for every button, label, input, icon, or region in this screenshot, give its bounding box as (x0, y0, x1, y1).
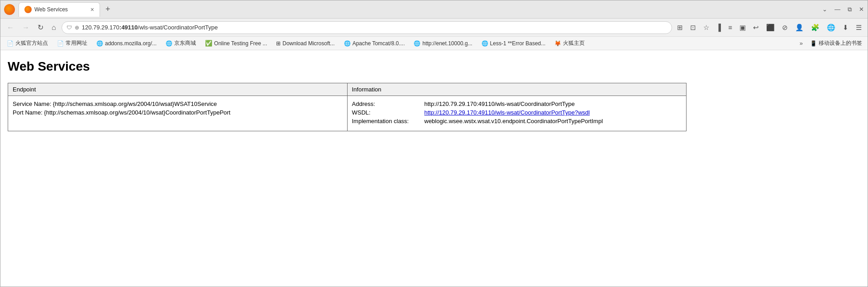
shield-button[interactable]: ⊘ (780, 22, 790, 33)
mobile-bookmarks-icon: 📱 (810, 40, 817, 47)
menu-button[interactable]: ☰ (854, 22, 864, 33)
endpoint-header: Endpoint (8, 83, 348, 96)
browser-tab[interactable]: Web Services × (19, 2, 100, 17)
bookmark-label: Online Testing Free ... (214, 40, 267, 47)
bookmark-label: addons.mozilla.org/... (105, 40, 157, 47)
impl-value: weblogic.wsee.wstx.wsat.v10.endpoint.Coo… (424, 118, 603, 124)
address-text: 120.79.29.170:49110/wls-wsat/Coordinator… (82, 24, 667, 31)
information-cell: Address: http://120.79.29.170:49110/wls-… (347, 96, 687, 131)
bookmark-folder-icon: 📄 (57, 40, 64, 47)
address-path: /wls-wsat/CoordinatorPortType (138, 24, 218, 31)
firefox-logo-icon (4, 4, 15, 15)
black-square-button[interactable]: ⬛ (764, 22, 777, 33)
qr-code-button[interactable]: ⊞ (675, 22, 685, 33)
bookmark-folder-icon: 📄 (7, 40, 14, 47)
bookmark-globe-icon: 🌐 (166, 40, 172, 47)
bookmark-label: Less-1 **Error Based... (490, 40, 546, 47)
download-button[interactable]: ⬇ (840, 22, 851, 33)
bookmark-changyong-wangzhi[interactable]: 📄 常用网址 (53, 38, 91, 48)
bookmark-label: 火狐官方站点 (15, 39, 48, 47)
service-name-row: Service Name: {http://schemas.xmlsoap.or… (13, 100, 343, 107)
bookmark-apache-tomcat[interactable]: 🌐 Apache Tomcat/8.0.... (340, 39, 409, 48)
bookmarks-more-button[interactable]: » (797, 39, 806, 48)
reader-view-button[interactable]: ≡ (726, 22, 734, 33)
impl-label: Implementation class: (352, 118, 424, 124)
web-services-table: Endpoint Information Service Name: {http… (8, 83, 687, 131)
service-name-value: Service Name: {http://schemas.xmlsoap.or… (13, 100, 217, 107)
bookmark-jingdong[interactable]: 🌐 京东商城 (162, 38, 200, 48)
security-icon: 🛡 (67, 24, 72, 31)
address-label: Address: (352, 100, 424, 107)
bookmark-less1-error[interactable]: 🌐 Less-1 **Error Based... (478, 39, 549, 48)
refresh-button[interactable]: ↻ (35, 21, 46, 33)
mobile-bookmarks-button[interactable]: 📱 移动设备上的书签 (807, 38, 865, 48)
tab-title: Web Services (34, 6, 68, 13)
address-host: 120.79.29.170 (82, 24, 119, 31)
title-bar: Web Services × + ⌄ — ⧉ ✕ (0, 0, 868, 19)
table-row: Service Name: {http://schemas.xmlsoap.or… (8, 96, 687, 131)
browser-window: Web Services × + ⌄ — ⧉ ✕ ← → ↻ ⌂ 🛡 ⊕ 120… (0, 0, 868, 287)
bookmark-label: 京东商城 (174, 39, 196, 47)
bookmark-label: http://enet.10000.g... (422, 40, 472, 47)
page-title: Web Services (8, 59, 860, 74)
address-port: :49110 (119, 24, 138, 31)
bookmark-enet[interactable]: 🌐 http://enet.10000.g... (410, 39, 476, 48)
bookmark-label: 常用网址 (66, 39, 87, 47)
restore-button[interactable]: ⧉ (848, 6, 852, 13)
translate-button[interactable]: ⊡ (688, 22, 698, 33)
mobile-bookmarks-label: 移动设备上的书签 (819, 39, 862, 47)
tab-favicon-icon (24, 6, 32, 13)
port-name-value: Port Name: {http://schemas.xmlsoap.org/w… (13, 109, 230, 116)
back2-button[interactable]: ↩ (751, 22, 761, 33)
bookmark-globe-icon: 🌐 (344, 40, 351, 47)
bookmark-huohu-zhuye[interactable]: 🦊 火狐主页 (551, 38, 588, 48)
back-button[interactable]: ← (4, 22, 17, 33)
bookmark-label: 火狐主页 (563, 39, 585, 47)
bookmark-online-testing[interactable]: ✅ Online Testing Free ... (201, 39, 271, 48)
nav-actions: ⊞ ⊡ ☆ ▐ ≡ ▣ ↩ ⬛ ⊘ 👤 🧩 🌐 ⬇ ☰ (675, 22, 864, 33)
home-button[interactable]: ⌂ (49, 22, 59, 33)
bookmark-star-button[interactable]: ☆ (701, 22, 711, 33)
wsdl-label: WSDL: (352, 109, 424, 116)
puzzle-button[interactable]: 🧩 (809, 22, 822, 33)
globe-button[interactable]: 🌐 (825, 22, 838, 33)
endpoint-cell: Service Name: {http://schemas.xmlsoap.or… (8, 96, 348, 131)
impl-row: Implementation class: weblogic.wsee.wstx… (352, 118, 682, 124)
new-tab-button[interactable]: + (102, 5, 114, 14)
address-row: Address: http://120.79.29.170:49110/wls-… (352, 100, 682, 107)
minimize-button[interactable]: — (835, 6, 840, 13)
bookmark-globe-icon: 🌐 (482, 40, 488, 47)
close-button[interactable]: ✕ (859, 6, 864, 13)
wsdl-link[interactable]: http://120.79.29.170:49110/wls-wsat/Coor… (424, 109, 590, 116)
information-header: Information (347, 83, 687, 96)
person-button[interactable]: 👤 (793, 22, 806, 33)
tab-close-button[interactable]: × (91, 6, 94, 13)
bookmark-globe-icon: 🌐 (96, 40, 103, 47)
bookmark-ms-icon: ⊞ (276, 40, 281, 47)
address-bar[interactable]: 🛡 ⊕ 120.79.29.170:49110/wls-wsat/Coordin… (62, 21, 672, 34)
wsdl-row: WSDL: http://120.79.29.170:49110/wls-wsa… (352, 109, 682, 116)
bookmark-label: Download Microsoft... (282, 40, 334, 47)
chevron-down-icon[interactable]: ⌄ (822, 6, 827, 13)
bookmark-firefox-icon: 🦊 (554, 40, 561, 47)
lock-icon: ⊕ (75, 24, 79, 31)
bookmark-download-microsoft[interactable]: ⊞ Download Microsoft... (272, 39, 338, 48)
bookmark-label: Apache Tomcat/8.0.... (353, 40, 405, 47)
bookmark-globe-icon: 🌐 (414, 40, 420, 47)
address-value: http://120.79.29.170:49110/wls-wsat/Coor… (424, 100, 575, 107)
window-controls: ⌄ — ⧉ ✕ (822, 6, 864, 13)
bookmark-addons-mozilla[interactable]: 🌐 addons.mozilla.org/... (93, 39, 160, 48)
bookmark-huohu-guanfang[interactable]: 📄 火狐官方站点 (3, 38, 52, 48)
port-name-row: Port Name: {http://schemas.xmlsoap.org/w… (13, 109, 343, 116)
page-content: Web Services Endpoint Information Servic… (0, 50, 868, 287)
container-button[interactable]: ▣ (737, 22, 748, 33)
bookmarks-bar: 📄 火狐官方站点 📄 常用网址 🌐 addons.mozilla.org/...… (0, 37, 868, 50)
bookmark-check-icon: ✅ (205, 40, 212, 47)
sidebar-button[interactable]: ▐ (714, 22, 724, 33)
forward-button[interactable]: → (19, 22, 32, 33)
nav-bar: ← → ↻ ⌂ 🛡 ⊕ 120.79.29.170:49110/wls-wsat… (0, 19, 868, 37)
